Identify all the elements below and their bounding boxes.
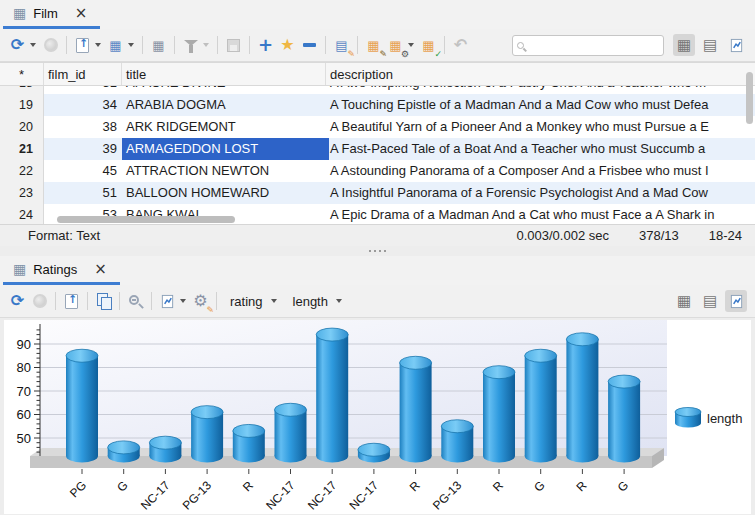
view-toggles: ▦ ▤ (673, 290, 747, 312)
grid-apply-button[interactable]: ▦✓ (418, 35, 439, 56)
grid-view-icon: ▦ (677, 294, 691, 309)
column-header-rownum[interactable]: * (0, 63, 44, 85)
refresh-icon: ⟳ (11, 293, 24, 309)
grid-check-icon: ▦ (422, 39, 434, 52)
row-number-cell[interactable]: 19 (0, 94, 44, 116)
grid-edit-icon: ▦ (367, 39, 379, 52)
fetch-dropdown-caret[interactable] (128, 43, 134, 47)
table-row: 2139ARMAGEDDON LOSTA Fast-Paced Tale of … (0, 138, 755, 160)
edit-grid-button[interactable]: ▦✎ (363, 35, 384, 56)
description-cell[interactable]: A Beautiful Yarn of a Pioneer And a Monk… (326, 116, 755, 138)
grid-view-button[interactable]: ▦ (673, 34, 695, 56)
calculate-button[interactable]: ▦ (148, 35, 169, 56)
row-range: 18-24 (709, 228, 742, 243)
edit-value-button[interactable]: ▤✎ (331, 35, 352, 56)
export-button[interactable]: ↑ (61, 291, 82, 312)
film-id-cell[interactable]: 51 (44, 182, 122, 204)
refresh-button[interactable]: ⟳ (7, 35, 28, 56)
fetch-grid-button[interactable]: ▦ (105, 35, 126, 56)
x-column-value: rating (230, 294, 263, 309)
calculator-icon: ▦ (152, 39, 164, 52)
film-statusbar: Format: Text 0.003/0.002 sec 378/13 18-2… (0, 224, 755, 246)
add-row-button[interactable]: + (255, 35, 276, 56)
chart-view-button[interactable] (725, 34, 747, 56)
chart-settings-button[interactable]: ⚙✎ (190, 291, 211, 312)
stop-icon (44, 38, 58, 52)
grid-settings-button[interactable]: ▦⚙ (385, 35, 406, 56)
film-id-cell[interactable]: 38 (44, 116, 122, 138)
description-cell[interactable]: A Fast-Paced Tale of a Boat And a Teache… (326, 138, 755, 160)
export-dropdown-caret[interactable] (95, 43, 101, 47)
table-row: 2245ATTRACTION NEWTONA Astounding Panora… (0, 160, 755, 182)
row-number-cell[interactable]: 18 (0, 86, 44, 94)
title-cell[interactable]: APACHE DIVINE (122, 86, 326, 94)
search-input[interactable] (527, 37, 659, 53)
film-grid-header: * film_id title description (0, 62, 755, 86)
tab-film[interactable]: ▦ Film × (3, 0, 100, 29)
text-view-button[interactable]: ▤ (699, 290, 721, 312)
row-number-cell[interactable]: 22 (0, 160, 44, 182)
chart-view-button[interactable] (725, 290, 747, 312)
grid-settings-caret[interactable] (408, 43, 414, 47)
chart-type-button[interactable] (157, 291, 178, 312)
description-cell[interactable]: A Awe-Inspiring Reflection of a Pastry C… (326, 86, 755, 94)
tab-ratings-label: Ratings (33, 262, 77, 277)
export-icon: ↑ (76, 38, 89, 53)
text-view-button[interactable]: ▤ (699, 34, 721, 56)
vertical-scrollbar[interactable] (746, 72, 753, 124)
refresh-button[interactable]: ⟳ (7, 291, 28, 312)
star-icon: ★ (280, 37, 294, 53)
description-cell[interactable]: A Astounding Panorama of a Composer And … (326, 160, 755, 182)
export-button[interactable]: ↑ (72, 35, 93, 56)
delete-row-button[interactable] (299, 35, 320, 56)
column-header-description[interactable]: description (326, 63, 755, 85)
svg-text:50: 50 (17, 431, 31, 446)
description-cell[interactable]: A Touching Epistle of a Madman And a Mad… (326, 94, 755, 116)
film-panel: ▦ Film × ⟳ ↑ ▦ ▦ + ★ ▤✎ (0, 0, 755, 246)
refresh-dropdown-caret[interactable] (30, 43, 36, 47)
dbeaver-window: ▦ Film × ⟳ ↑ ▦ ▦ + ★ ▤✎ (0, 0, 755, 515)
y-column-dropdown[interactable]: length (285, 292, 349, 311)
film-id-cell[interactable]: 31 (44, 86, 122, 94)
close-icon[interactable]: × (94, 262, 107, 277)
stop-icon (33, 294, 47, 308)
chart-view-icon (729, 38, 744, 53)
title-cell[interactable]: ARABIA DOGMA (122, 94, 326, 116)
x-column-dropdown[interactable]: rating (222, 292, 284, 311)
column-header-title[interactable]: title (122, 63, 326, 85)
panel-splitter[interactable] (0, 246, 755, 256)
duplicate-row-button[interactable]: ★ (277, 35, 298, 56)
row-number-cell[interactable]: 24 (0, 204, 44, 224)
description-cell[interactable]: A Insightful Panorama of a Forensic Psyc… (326, 182, 755, 204)
row-number-cell[interactable]: 23 (0, 182, 44, 204)
film-toolbar: ⟳ ↑ ▦ ▦ + ★ ▤✎ ▦✎ ▦⚙ ▦✓ (0, 29, 755, 62)
text-view-icon: ▤ (703, 38, 717, 53)
tab-film-label: Film (33, 6, 58, 21)
title-cell[interactable]: ATTRACTION NEWTON (122, 160, 326, 182)
zoom-out-button[interactable] (125, 291, 146, 312)
film-id-cell[interactable]: 39 (44, 138, 122, 160)
check-icon: ✓ (434, 50, 442, 59)
title-cell[interactable]: ARK RIDGEMONT (122, 116, 326, 138)
row-number-cell[interactable]: 21 (0, 138, 44, 160)
description-cell[interactable]: A Epic Drama of a Madman And a Cat who m… (326, 204, 755, 224)
row-number-cell[interactable]: 20 (0, 116, 44, 138)
film-id-cell[interactable]: 45 (44, 160, 122, 182)
grid-view-button[interactable]: ▦ (673, 290, 695, 312)
ratings-panel: ▦ Ratings × ⟳ ↑ ⚙✎ rating length ▦ (0, 256, 755, 515)
ratings-chart[interactable]: 5060708090PGGNC-17PG-13RNC-17NC-17NC-17R… (4, 320, 751, 514)
chart-type-caret[interactable] (180, 299, 186, 303)
undo-button: ↶ (450, 35, 471, 56)
svg-text:80: 80 (17, 360, 31, 375)
title-cell[interactable]: ARMAGEDDON LOST (122, 138, 326, 160)
horizontal-scrollbar[interactable] (57, 216, 235, 223)
close-icon[interactable]: × (75, 6, 88, 21)
chart-icon (160, 294, 175, 309)
copy-button[interactable] (93, 291, 114, 312)
filter-icon (184, 40, 198, 46)
column-header-film-id[interactable]: film_id (44, 63, 122, 85)
refresh-icon: ⟳ (11, 37, 24, 53)
film-id-cell[interactable]: 34 (44, 94, 122, 116)
title-cell[interactable]: BALLOON HOMEWARD (122, 182, 326, 204)
tab-ratings[interactable]: ▦ Ratings × (3, 256, 120, 285)
